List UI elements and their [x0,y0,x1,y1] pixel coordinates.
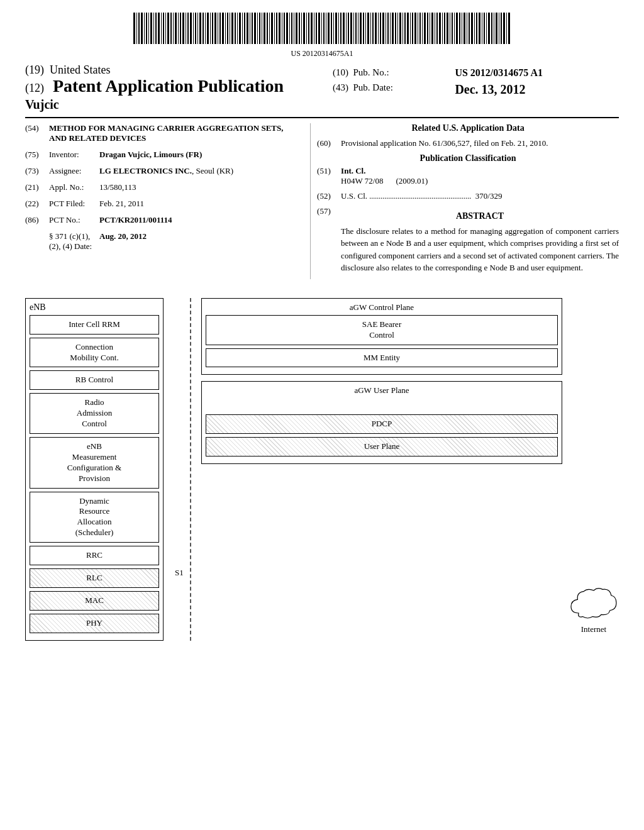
pub-no-label: Pub. No.: [353,67,389,77]
svg-rect-144 [488,13,490,44]
abstract-text: The disclosure relates to a method for m… [341,225,619,274]
svg-rect-120 [430,13,430,44]
pct-filed-field: (22) PCT Filed: Feb. 21, 2011 [25,199,297,209]
int-cl-num: (51) [317,166,341,176]
mm-entity-box: MM Entity [206,348,558,368]
inventor-field-num: (75) [25,150,49,160]
mac-box: MAC [30,591,159,611]
svg-rect-98 [375,13,377,44]
svg-rect-116 [419,13,421,44]
svg-rect-121 [431,13,433,44]
svg-rect-54 [267,13,268,44]
svg-rect-133 [462,13,462,44]
svg-rect-55 [269,13,270,44]
svg-rect-34 [218,13,218,44]
us-cl-value: 370/329 [475,191,502,201]
phy-box: PHY [30,614,159,633]
rrc-box: RRC [30,546,159,565]
header-divider [25,117,619,118]
title-field: (54) METHOD FOR MANAGING CARRIER AGGREGA… [25,123,297,143]
type-prefix: (12) [25,82,44,94]
svg-rect-59 [279,13,280,44]
internet-label: Internet [581,624,606,634]
svg-rect-1 [136,13,137,44]
svg-rect-30 [207,13,209,44]
svg-rect-122 [435,13,435,44]
svg-rect-15 [170,13,172,44]
svg-rect-38 [227,13,228,44]
header-section: (19) United States (12) Patent Applicati… [25,64,619,112]
us-cl-label: U.S. Cl. [341,191,367,201]
svg-rect-23 [190,13,192,44]
country-name: United States [50,64,111,76]
svg-rect-73 [314,13,314,44]
barcode-image [133,13,511,44]
sae-bearer-box: SAE Bearer Control [206,315,558,345]
svg-rect-112 [410,13,411,44]
svg-rect-46 [247,13,248,44]
patent-type: Patent Application Publication [53,76,284,96]
svg-rect-119 [427,13,428,44]
svg-rect-35 [219,13,221,44]
svg-rect-83 [338,13,339,44]
section371-label: § 371 (c)(1), (2), (4) Date: [49,231,99,252]
enb-measurement-box: eNB Measurement Configuration & Provisio… [30,437,159,489]
svg-rect-58 [276,13,277,44]
svg-rect-101 [382,13,384,44]
svg-rect-52 [262,13,262,44]
svg-rect-110 [404,13,406,44]
svg-rect-102 [386,13,386,44]
abstract-title: ABSTRACT [341,211,619,221]
svg-rect-109 [402,13,403,44]
svg-rect-113 [412,13,413,44]
svg-rect-20 [182,13,184,44]
svg-rect-10 [158,13,160,44]
pct-no-num: (86) [25,215,49,225]
svg-rect-51 [259,13,260,44]
s1-label: S1 [175,568,184,578]
svg-rect-137 [471,13,473,44]
inventor-field: (75) Inventor: Dragan Vujcic, Limours (F… [25,150,297,160]
svg-rect-135 [467,13,467,44]
pct-no-label: PCT No.: [49,215,99,225]
svg-rect-97 [372,13,374,44]
abstract-field: (57) ABSTRACT The disclosure relates to … [317,206,619,274]
svg-rect-53 [264,13,265,44]
svg-rect-49 [254,13,256,44]
svg-rect-96 [370,13,371,44]
svg-rect-146 [494,13,494,44]
user-plane-box: User Plane [206,437,558,456]
svg-rect-9 [155,13,157,44]
svg-rect-56 [271,13,273,44]
pct-filed-num: (22) [25,199,49,209]
s1-divider: S1 [176,298,195,641]
svg-rect-45 [244,13,245,44]
header-inventor-name: Vujcic [25,97,313,112]
svg-rect-70 [306,13,307,44]
agw-area: aGW Control Plane SAE Bearer Control MM … [201,298,562,641]
svg-rect-152 [508,13,510,44]
svg-rect-64 [291,13,292,44]
abstract-num: (57) [317,206,341,216]
pub-no-value: US 2012/0314675 A1 [455,67,618,79]
svg-rect-130 [454,13,455,44]
pub-date-prefix: (43) [333,82,348,92]
appl-no-num: (21) [25,182,49,192]
patent-number-top: US 20120314675A1 [25,49,619,58]
svg-rect-103 [387,13,389,44]
enb-label: eNB [30,302,159,313]
appl-no-field: (21) Appl. No.: 13/580,113 [25,182,297,192]
svg-rect-150 [503,13,505,44]
svg-rect-44 [242,13,243,44]
svg-rect-114 [414,13,416,44]
svg-rect-100 [380,13,381,44]
svg-rect-138 [474,13,475,44]
pct-filed-label: PCT Filed: [49,199,99,209]
svg-rect-43 [239,13,241,44]
pdcp-box: PDCP [206,414,558,434]
rb-control-box: RB Control [30,370,159,390]
svg-rect-149 [501,13,502,44]
svg-rect-26 [197,13,198,44]
svg-rect-21 [186,13,186,44]
svg-rect-65 [294,13,294,44]
